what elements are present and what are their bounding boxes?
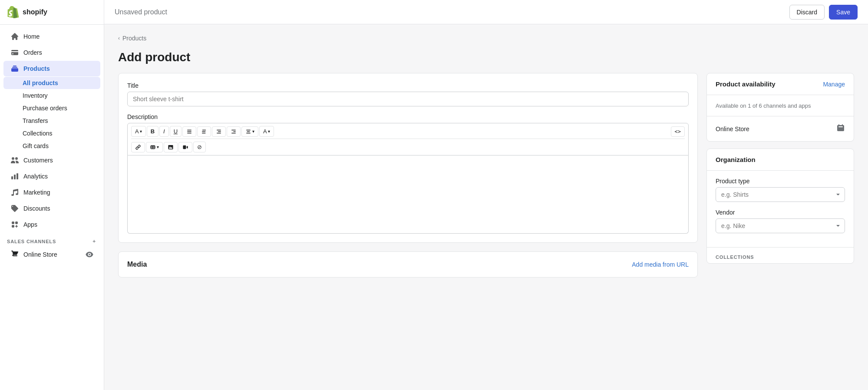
availability-body: Available on 1 of 6 channels and apps (707, 95, 854, 116)
logo-text: shopify (23, 8, 47, 16)
eye-icon (86, 251, 93, 258)
manage-link[interactable]: Manage (823, 81, 845, 88)
sidebar-item-home[interactable]: Home (3, 29, 100, 44)
product-type-input[interactable] (716, 187, 845, 202)
left-column: Title Description A ▾ B (118, 73, 698, 278)
product-availability-card: Product availability Manage Available on… (706, 73, 854, 142)
description-field-label: Description (127, 113, 689, 120)
link-button[interactable] (131, 142, 145, 152)
description-field-group: Description A ▾ B I (127, 113, 689, 234)
align-button[interactable]: ▾ (241, 126, 258, 137)
sidebar-header: shopify (0, 0, 104, 25)
more-button[interactable]: ⊘ (193, 142, 206, 152)
products-icon (10, 64, 19, 73)
sidebar-item-marketing[interactable]: Marketing (3, 185, 100, 200)
page-title: Add product (118, 50, 854, 64)
italic-button[interactable]: I (159, 126, 169, 137)
sidebar-sub-gift-cards[interactable]: Gift cards (3, 140, 100, 152)
vendor-select-wrapper (716, 218, 845, 233)
sidebar-item-label: Orders (23, 49, 42, 56)
availability-subtitle: Available on 1 of 6 channels and apps (716, 102, 811, 109)
sidebar-item-label: Marketing (23, 189, 50, 196)
bold-button[interactable]: B (147, 126, 158, 137)
breadcrumb[interactable]: ‹ Products (118, 35, 854, 42)
sidebar-item-customers[interactable]: Customers (3, 152, 100, 168)
content-grid: Title Description A ▾ B (118, 73, 854, 278)
save-button[interactable]: Save (829, 5, 858, 20)
sidebar-item-products[interactable]: Products (3, 61, 100, 76)
media-label: Media (127, 261, 147, 268)
main-content: Unsaved product Discard Save ‹ Products … (104, 0, 868, 390)
toolbar-row-2: ▾ (131, 142, 685, 152)
topbar-actions: Discard Save (789, 5, 858, 20)
discard-button[interactable]: Discard (789, 5, 825, 20)
underline-button[interactable]: U (170, 126, 182, 137)
ordered-list-button[interactable] (197, 126, 211, 137)
calendar-icon[interactable] (836, 123, 845, 134)
sidebar-sub-purchase-orders[interactable]: Purchase orders (3, 102, 100, 114)
sidebar-item-label: Discounts (23, 205, 50, 212)
breadcrumb-label: Products (122, 35, 146, 42)
online-store-channel-label: Online Store (716, 126, 749, 132)
vendor-input[interactable] (716, 218, 845, 233)
product-type-label: Product type (716, 178, 845, 185)
sidebar-item-label: Products (23, 65, 50, 72)
toolbar-row-1: A ▾ B I U (131, 126, 685, 139)
availability-header: Product availability Manage (707, 73, 854, 95)
title-field-group: Title (127, 82, 689, 106)
chevron-left-icon: ‹ (118, 35, 120, 41)
product-type-select-wrapper (716, 187, 845, 202)
analytics-icon (10, 172, 19, 181)
sidebar-sub-all-products[interactable]: All products (3, 77, 100, 89)
sidebar-sub-inventory[interactable]: Inventory (3, 89, 100, 102)
vendor-group: Vendor (716, 209, 845, 233)
organization-header: Organization (707, 149, 854, 171)
indent-increase-button[interactable] (227, 126, 241, 137)
media-card: Media Add media from URL (118, 251, 698, 278)
sidebar-item-apps[interactable]: Apps (3, 217, 100, 232)
organization-card: Organization Product type (706, 149, 854, 264)
video-button[interactable] (178, 142, 192, 152)
font-size-button[interactable]: A ▾ (131, 126, 146, 137)
online-store-row: Online Store (707, 116, 854, 141)
sidebar-item-label: Apps (23, 221, 37, 228)
product-form-card: Title Description A ▾ B (118, 73, 698, 243)
online-store-icon (10, 250, 19, 259)
add-media-from-url-button[interactable]: Add media from URL (632, 261, 689, 268)
sales-channels-section: SALES CHANNELS ＋ (0, 233, 104, 246)
sidebar-item-discounts[interactable]: Discounts (3, 201, 100, 216)
sidebar-item-label: Home (23, 33, 40, 40)
collections-label: COLLECTIONS (707, 248, 854, 263)
sidebar-sub-collections[interactable]: Collections (3, 127, 100, 139)
customers-icon (10, 156, 19, 165)
add-sales-channel-icon[interactable]: ＋ (92, 238, 97, 245)
topbar-title: Unsaved product (115, 8, 167, 16)
sidebar: shopify Home Orders (0, 0, 104, 390)
sidebar-sub-transfers[interactable]: Transfers (3, 115, 100, 127)
font-color-button[interactable]: A ▾ (259, 126, 274, 137)
bullet-list-button[interactable] (182, 126, 196, 137)
table-button[interactable]: ▾ (146, 142, 163, 152)
editor-toolbar: A ▾ B I U (127, 123, 689, 155)
shopify-logo[interactable]: shopify (7, 6, 47, 18)
organization-body: Product type Vendor (707, 171, 854, 247)
description-editor-body[interactable] (127, 155, 689, 234)
indent-decrease-button[interactable] (212, 126, 226, 137)
sidebar-item-orders[interactable]: Orders (3, 45, 100, 60)
sidebar-nav: Home Orders Products All products (0, 25, 104, 266)
organization-title: Organization (716, 156, 756, 163)
online-store-label: Online Store (23, 251, 57, 258)
page-content: ‹ Products Add product Title Des (104, 24, 868, 288)
image-button[interactable] (164, 142, 178, 152)
code-button[interactable]: <> (671, 126, 685, 137)
right-column: Product availability Manage Available on… (706, 73, 854, 264)
title-input[interactable] (127, 92, 689, 106)
title-field-label: Title (127, 82, 689, 89)
sidebar-item-analytics[interactable]: Analytics (3, 169, 100, 184)
discounts-icon (10, 204, 19, 213)
product-type-group: Product type (716, 178, 845, 202)
vendor-label: Vendor (716, 209, 845, 216)
sidebar-item-online-store[interactable]: Online Store (3, 247, 100, 262)
sidebar-item-label: Customers (23, 157, 53, 164)
apps-icon (10, 220, 19, 229)
